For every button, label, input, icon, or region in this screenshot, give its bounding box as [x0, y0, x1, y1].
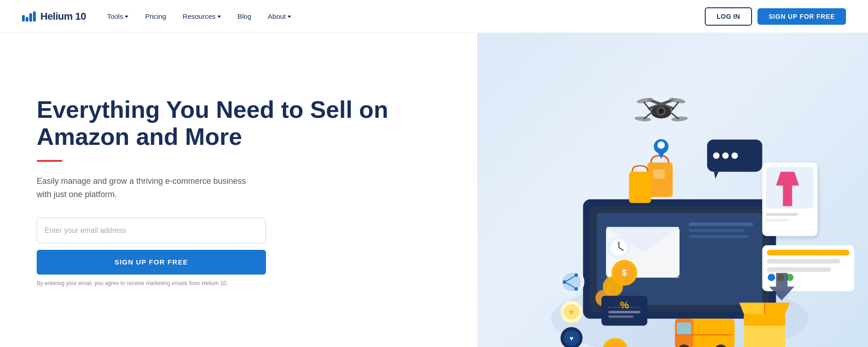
email-input-wrapper	[37, 218, 266, 243]
svg-point-24	[658, 142, 665, 149]
email-input[interactable]	[44, 218, 258, 243]
login-button[interactable]: LOG IN	[705, 7, 752, 26]
svg-point-57	[563, 280, 567, 284]
svg-point-30	[658, 108, 664, 114]
logo[interactable]: Helium 10	[22, 11, 86, 22]
svg-rect-7	[689, 222, 753, 226]
svg-point-33	[635, 116, 652, 122]
svg-rect-42	[766, 219, 789, 221]
svg-line-35	[644, 102, 651, 111]
svg-rect-12	[629, 172, 651, 203]
svg-point-58	[575, 273, 578, 277]
svg-text:$: $	[622, 268, 627, 277]
nav-tools[interactable]: Tools	[100, 9, 135, 24]
logo-bar-2	[26, 17, 28, 22]
navbar: Helium 10 Tools Pricing Resources Blog A…	[0, 0, 868, 33]
nav-links: Tools Pricing Resources Blog About	[100, 9, 298, 24]
logo-bar-3	[29, 13, 32, 22]
svg-rect-9	[689, 235, 748, 238]
chevron-down-icon	[287, 16, 291, 18]
svg-text:★: ★	[569, 308, 575, 316]
svg-rect-45	[767, 259, 840, 264]
svg-rect-46	[767, 267, 831, 272]
nav-resources[interactable]: Resources	[176, 9, 227, 24]
chevron-down-icon	[125, 16, 128, 18]
hero-right: $	[477, 33, 868, 347]
svg-point-21	[731, 153, 738, 159]
hero-divider	[37, 160, 62, 162]
svg-rect-53	[608, 311, 641, 313]
svg-line-36	[671, 102, 679, 111]
svg-rect-54	[608, 315, 634, 318]
navbar-right: LOG IN SIGN UP FOR FREE	[705, 7, 846, 26]
nav-about[interactable]: About	[261, 9, 298, 24]
logo-bar-1	[22, 15, 25, 22]
svg-rect-8	[689, 229, 744, 232]
svg-point-59	[575, 287, 578, 291]
svg-point-47	[768, 274, 775, 281]
hero-title: Everything You Need to Sell on Amazon an…	[37, 96, 450, 151]
hero-disclaimer: By entering your email, you agree to rec…	[37, 280, 266, 286]
svg-rect-44	[767, 250, 850, 255]
svg-rect-80	[744, 314, 785, 325]
hero-svg: $	[477, 33, 868, 347]
hero-subtitle: Easily manage and grow a thriving e-comm…	[37, 175, 248, 201]
svg-point-20	[722, 153, 729, 159]
hero-illustration: $	[477, 33, 868, 347]
nav-blog[interactable]: Blog	[231, 9, 258, 24]
hero-section: Everything You Need to Sell on Amazon an…	[0, 33, 868, 347]
svg-point-34	[671, 116, 688, 122]
svg-text:♥: ♥	[569, 335, 573, 342]
signup-button-nav[interactable]: SIGN UP FOR FREE	[757, 8, 846, 25]
svg-rect-11	[653, 170, 665, 179]
svg-marker-22	[714, 172, 719, 179]
logo-bar-4	[33, 11, 36, 22]
chevron-down-icon	[217, 16, 221, 18]
nav-pricing[interactable]: Pricing	[138, 9, 172, 24]
svg-text:%: %	[620, 299, 629, 311]
logo-icon	[22, 11, 36, 22]
navbar-left: Helium 10 Tools Pricing Resources Blog A…	[22, 9, 298, 24]
hero-left: Everything You Need to Sell on Amazon an…	[0, 33, 477, 347]
svg-rect-41	[766, 213, 798, 216]
svg-point-19	[713, 153, 719, 159]
logo-text: Helium 10	[40, 11, 86, 22]
svg-rect-10	[647, 163, 673, 197]
hero-signup-button[interactable]: SIGN UP FOR FREE	[37, 250, 266, 275]
svg-rect-77	[677, 322, 691, 335]
